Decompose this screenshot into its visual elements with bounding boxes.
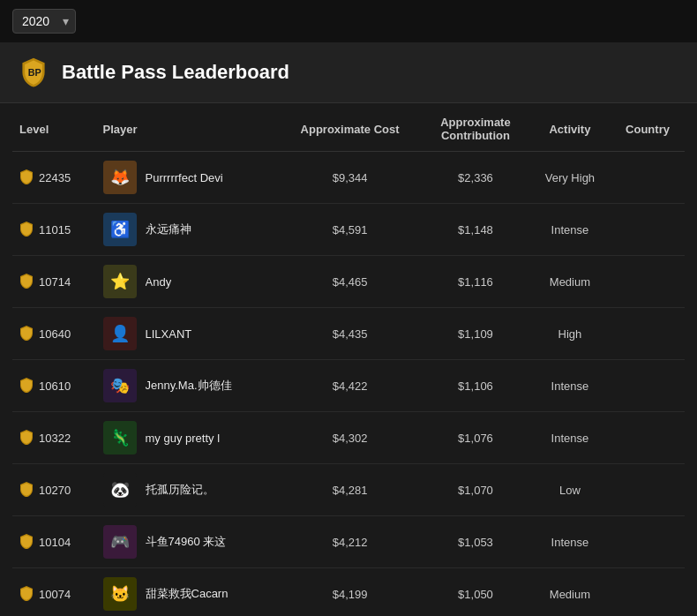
player-cell-2: ⭐ Andy: [96, 256, 279, 308]
col-level: Level: [12, 103, 96, 152]
player-name-1: 永远痛神: [146, 222, 191, 237]
player-cell-5: 🦎 my guy pretty l: [96, 412, 279, 464]
cost-cell-8: $4,199: [278, 568, 422, 617]
table-row: 11015 ♿ 永远痛神 $4,591 $1,148 Intense: [12, 204, 685, 256]
row-shield-icon-0: [19, 169, 34, 187]
country-cell-0: [611, 152, 685, 204]
level-cell-6: 10270: [12, 464, 96, 516]
player-name-5: my guy pretty l: [146, 432, 221, 445]
cost-cell-2: $4,465: [278, 256, 422, 308]
table-row: 10640 👤 LILXANT $4,435 $1,109 High: [12, 308, 685, 360]
country-cell-8: [611, 568, 685, 617]
table-row: 10610 🎭 Jenny.Ma.帅德佳 $4,422 $1,106 Inten…: [12, 360, 685, 412]
cost-cell-7: $4,212: [278, 516, 422, 568]
activity-cell-5: Intense: [529, 412, 611, 464]
avatar-1: ♿: [103, 213, 137, 246]
level-number-2: 10714: [39, 275, 71, 289]
level-cell-4: 10610: [12, 360, 96, 412]
contribution-cell-1: $1,148: [422, 204, 529, 256]
table-row: 10270 🐼 托孤历险记。 $4,281 $1,070 Low: [12, 464, 685, 516]
year-select[interactable]: 2020 2019 2018: [12, 9, 76, 34]
player-name-7: 斗鱼74960 来这: [146, 534, 227, 550]
level-cell-2: 10714: [12, 256, 96, 308]
shield-icon: BP: [18, 56, 49, 88]
level-cell-8: 10074: [12, 568, 96, 617]
row-shield-icon-8: [19, 585, 34, 604]
leaderboard-header: BP Battle Pass Leaderboard: [0, 42, 697, 103]
player-cell-6: 🐼 托孤历险记。: [96, 464, 279, 516]
player-name-0: Purrrrrfect Devi: [146, 171, 223, 184]
col-activity: Activity: [529, 103, 611, 152]
avatar-6: 🐼: [103, 473, 137, 507]
avatar-0: 🦊: [103, 161, 137, 194]
country-cell-3: [611, 308, 685, 360]
row-shield-icon-3: [19, 325, 34, 343]
contribution-cell-8: $1,050: [422, 568, 529, 617]
activity-cell-3: High: [529, 308, 611, 360]
col-player: Player: [96, 103, 279, 152]
player-cell-8: 🐱 甜菜救我Cacarn: [96, 568, 279, 617]
player-cell-1: ♿ 永远痛神: [96, 204, 279, 256]
player-name-4: Jenny.Ma.帅德佳: [146, 378, 232, 394]
year-select-wrapper: 2020 2019 2018: [12, 9, 76, 34]
avatar-5: 🦎: [103, 421, 137, 454]
svg-text:BP: BP: [28, 67, 41, 78]
level-cell-3: 10640: [12, 308, 96, 360]
table-container: Level Player Approximate Cost Approximat…: [0, 103, 697, 616]
player-name-8: 甜菜救我Cacarn: [146, 586, 229, 602]
activity-cell-4: Intense: [529, 360, 611, 412]
avatar-3: 👤: [103, 317, 137, 350]
level-number-8: 10074: [39, 588, 71, 601]
row-shield-icon-6: [19, 481, 34, 500]
player-name-2: Andy: [146, 275, 172, 289]
leaderboard-title: Battle Pass Leaderboard: [62, 61, 289, 84]
activity-cell-1: Intense: [529, 204, 611, 256]
level-number-7: 10104: [39, 536, 71, 549]
cost-cell-0: $9,344: [278, 152, 422, 204]
player-name-6: 托孤历险记。: [146, 482, 214, 498]
avatar-7: 🎮: [103, 525, 137, 559]
activity-cell-2: Medium: [529, 256, 611, 308]
player-cell-4: 🎭 Jenny.Ma.帅德佳: [96, 360, 279, 412]
cost-cell-3: $4,435: [278, 308, 422, 360]
player-name-3: LILXANT: [146, 327, 192, 341]
contribution-cell-7: $1,053: [422, 516, 529, 568]
contribution-cell-3: $1,109: [422, 308, 529, 360]
activity-cell-8: Medium: [529, 568, 611, 617]
cost-cell-1: $4,591: [278, 204, 422, 256]
level-number-1: 11015: [39, 223, 71, 237]
row-shield-icon-1: [19, 221, 34, 239]
col-contribution: ApproximateContribution: [422, 103, 529, 152]
row-shield-icon-7: [19, 533, 34, 552]
avatar-4: 🎭: [103, 369, 137, 402]
contribution-cell-0: $2,336: [422, 152, 529, 204]
table-row: 10074 🐱 甜菜救我Cacarn $4,199 $1,050 Medium: [12, 568, 685, 617]
row-shield-icon-4: [19, 377, 34, 395]
table-row: 10714 ⭐ Andy $4,465 $1,116 Medium: [12, 256, 685, 308]
level-number-0: 22435: [39, 171, 71, 184]
player-cell-0: 🦊 Purrrrrfect Devi: [96, 152, 279, 204]
country-cell-7: [611, 516, 685, 568]
level-cell-7: 10104: [12, 516, 96, 568]
level-cell-1: 11015: [12, 204, 96, 256]
contribution-cell-6: $1,070: [422, 464, 529, 516]
table-header-row: Level Player Approximate Cost Approximat…: [12, 103, 685, 152]
country-cell-2: [611, 256, 685, 308]
level-number-6: 10270: [39, 484, 71, 497]
country-cell-1: [611, 204, 685, 256]
row-shield-icon-2: [19, 273, 34, 291]
leaderboard-body: 22435 🦊 Purrrrrfect Devi $9,344 $2,336 V…: [12, 152, 685, 617]
cost-cell-4: $4,422: [278, 360, 422, 412]
table-row: 10322 🦎 my guy pretty l $4,302 $1,076 In…: [12, 412, 685, 464]
table-row: 10104 🎮 斗鱼74960 来这 $4,212 $1,053 Intense: [12, 516, 685, 568]
activity-cell-6: Low: [529, 464, 611, 516]
level-number-3: 10640: [39, 327, 71, 341]
country-cell-6: [611, 464, 685, 516]
player-cell-7: 🎮 斗鱼74960 来这: [96, 516, 279, 568]
col-country: Country: [611, 103, 685, 152]
avatar-2: ⭐: [103, 265, 137, 298]
cost-cell-5: $4,302: [278, 412, 422, 464]
level-number-5: 10322: [39, 432, 71, 445]
activity-cell-0: Very High: [529, 152, 611, 204]
cost-cell-6: $4,281: [278, 464, 422, 516]
